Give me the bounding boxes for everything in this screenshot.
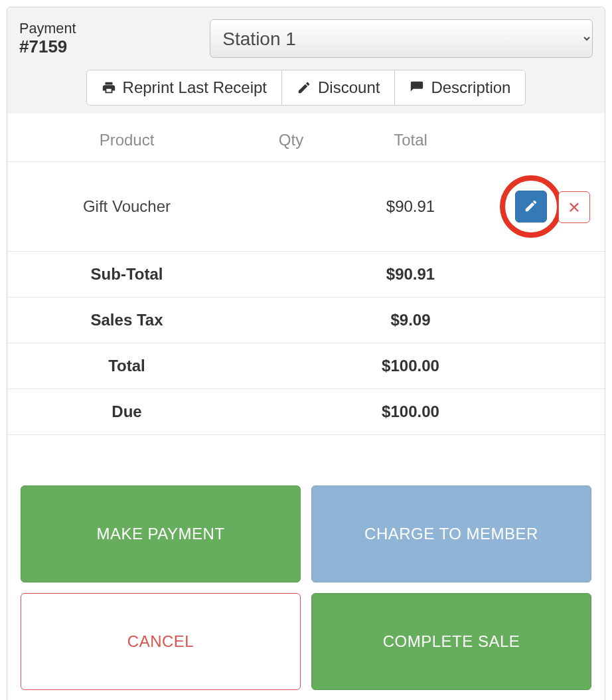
subtotal-label: Sub-Total [7, 252, 246, 298]
pencil-icon [524, 199, 538, 215]
subtotal-value: $90.91 [336, 252, 485, 298]
sale-table: Product Qty Total Gift Voucher $90.91 [7, 114, 605, 435]
printer-icon [102, 80, 116, 95]
due-value: $100.00 [336, 389, 485, 435]
due-row: Due $100.00 [7, 389, 605, 435]
tax-label: Sales Tax [7, 298, 246, 343]
payment-panel: Payment #7159 Station 1 Reprint Last Rec… [7, 7, 605, 700]
pencil-icon [297, 80, 311, 95]
panel-body: Product Qty Total Gift Voucher $90.91 [7, 114, 605, 700]
total-row: Total $100.00 [7, 343, 605, 389]
station-select[interactable]: Station 1 [210, 19, 593, 58]
item-qty [246, 162, 336, 252]
edit-item-button[interactable] [515, 191, 547, 222]
action-buttons: MAKE PAYMENT CHARGE TO MEMBER CANCEL COM… [7, 435, 605, 694]
item-product: Gift Voucher [7, 162, 246, 252]
table-header-row: Product Qty Total [7, 114, 605, 162]
complete-sale-button[interactable]: COMPLETE SALE [311, 593, 591, 690]
toolbar: Reprint Last Receipt Discount Descriptio… [19, 70, 593, 106]
subtotal-row: Sub-Total $90.91 [7, 252, 605, 298]
total-value: $100.00 [336, 343, 485, 389]
col-qty: Qty [246, 114, 336, 162]
col-total: Total [336, 114, 485, 162]
due-label: Due [7, 389, 246, 435]
description-label: Description [431, 78, 510, 97]
item-total: $90.91 [336, 162, 485, 252]
discount-button[interactable]: Discount [282, 70, 395, 105]
panel-header: Payment #7159 Station 1 Reprint Last Rec… [7, 7, 605, 114]
table-row: Gift Voucher $90.91 [7, 162, 605, 252]
toolbar-group: Reprint Last Receipt Discount Descriptio… [86, 70, 526, 106]
tax-row: Sales Tax $9.09 [7, 298, 605, 343]
payment-number: #7159 [19, 37, 67, 56]
comment-icon [410, 80, 424, 95]
reprint-label: Reprint Last Receipt [123, 78, 267, 97]
make-payment-button[interactable]: MAKE PAYMENT [21, 485, 301, 582]
cancel-button[interactable]: CANCEL [21, 593, 301, 690]
remove-item-button[interactable] [558, 191, 590, 223]
close-icon [568, 200, 581, 215]
description-button[interactable]: Description [395, 70, 525, 105]
payment-title: Payment #7159 [19, 21, 200, 57]
payment-label: Payment [19, 21, 200, 37]
tax-value: $9.09 [336, 298, 485, 343]
reprint-receipt-button[interactable]: Reprint Last Receipt [87, 70, 282, 105]
discount-label: Discount [318, 78, 380, 97]
total-label: Total [7, 343, 246, 389]
edit-highlight-circle [500, 175, 562, 238]
col-product: Product [7, 114, 246, 162]
charge-to-member-button[interactable]: CHARGE TO MEMBER [311, 485, 591, 582]
item-actions [485, 162, 605, 252]
